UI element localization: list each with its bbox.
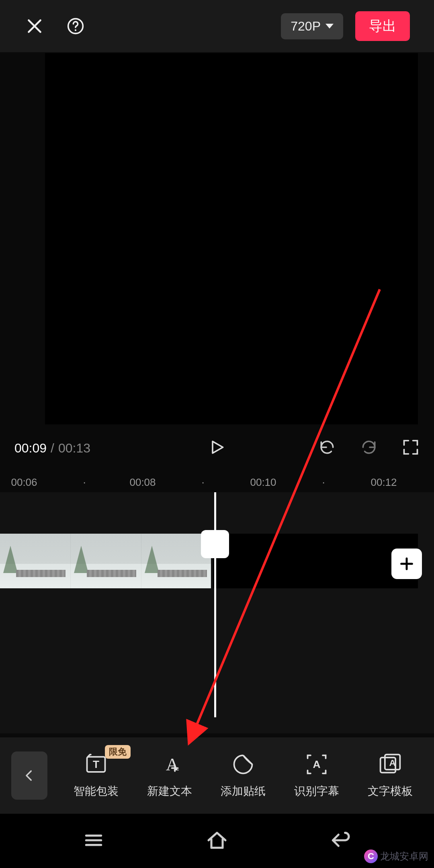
- undo-icon: [318, 438, 336, 456]
- timeline-track-area[interactable]: [0, 492, 434, 733]
- watermark-text: 龙城安卓网: [380, 850, 428, 863]
- text-toolbar: 限免 T 智能包装 A 新建文本 添加贴纸 A 识别字幕 A 文字模板: [0, 737, 434, 814]
- fullscreen-icon: [402, 438, 420, 456]
- play-icon: [208, 438, 226, 456]
- tool-add-sticker[interactable]: 添加贴纸: [221, 752, 266, 799]
- playhead-line[interactable]: [214, 492, 216, 717]
- resolution-dropdown[interactable]: 720P: [281, 13, 343, 39]
- ruler-tick: 00:10: [250, 476, 276, 489]
- nav-back-button[interactable]: [329, 829, 352, 853]
- subtitle-scan-icon: A: [305, 752, 329, 776]
- tool-label: 智能包装: [74, 784, 119, 799]
- top-bar: 720P 导出: [0, 0, 434, 52]
- svg-text:A: A: [389, 758, 395, 768]
- close-icon: [26, 17, 43, 35]
- clip-thumbnail: [0, 534, 71, 588]
- ruler-tick: 00:08: [129, 476, 156, 489]
- tool-new-text[interactable]: A 新建文本: [147, 752, 192, 799]
- close-button[interactable]: [24, 16, 45, 37]
- playback-bar: 00:09 / 00:13: [0, 432, 434, 464]
- template-icon: T: [84, 752, 108, 776]
- watermark: C 龙城安卓网: [364, 850, 428, 863]
- playhead-handle[interactable]: [201, 530, 229, 558]
- text-template-icon: A: [378, 752, 402, 776]
- chevron-down-icon: [326, 24, 334, 29]
- svg-text:A: A: [166, 754, 179, 774]
- export-button[interactable]: 导出: [355, 11, 410, 41]
- watermark-logo-icon: C: [364, 850, 378, 863]
- clip-thumbnail: [71, 534, 141, 588]
- tool-smart-package[interactable]: 限免 T 智能包装: [74, 752, 119, 799]
- video-clip[interactable]: [0, 534, 211, 588]
- undo-button[interactable]: [318, 438, 336, 458]
- tool-label: 添加贴纸: [221, 784, 266, 799]
- current-time: 00:09: [14, 441, 47, 456]
- tool-label: 新建文本: [147, 784, 192, 799]
- plus-icon: [399, 556, 415, 572]
- time-separator: /: [51, 441, 54, 456]
- tool-text-template[interactable]: A 文字模板: [368, 752, 413, 799]
- ruler-tick: 00:06: [11, 476, 37, 489]
- export-label: 导出: [369, 18, 396, 33]
- home-icon: [206, 829, 228, 852]
- ruler-dot: ·: [201, 476, 204, 489]
- nav-recent-button[interactable]: [82, 829, 105, 853]
- resolution-label: 720P: [291, 19, 321, 34]
- svg-text:A: A: [313, 758, 320, 770]
- back-icon: [329, 829, 352, 852]
- nav-home-button[interactable]: [206, 829, 228, 853]
- redo-icon: [360, 438, 378, 456]
- svg-text:T: T: [93, 758, 99, 770]
- total-time: 00:13: [58, 441, 90, 456]
- menu-icon: [82, 829, 105, 852]
- add-clip-button[interactable]: [391, 549, 422, 579]
- video-preview[interactable]: [45, 53, 418, 424]
- chevron-left-icon: [23, 769, 36, 782]
- text-add-icon: A: [158, 752, 182, 776]
- tool-label: 识别字幕: [294, 784, 339, 799]
- video-clip-dark[interactable]: [213, 534, 418, 588]
- help-button[interactable]: [65, 16, 86, 37]
- redo-button[interactable]: [360, 438, 378, 458]
- free-badge: 限免: [105, 745, 131, 759]
- timeline-ruler[interactable]: 00:06 · 00:08 · 00:10 · 00:12: [0, 472, 434, 492]
- tool-label: 文字模板: [368, 784, 413, 799]
- ruler-dot: ·: [83, 476, 86, 489]
- play-button[interactable]: [208, 438, 226, 458]
- fullscreen-button[interactable]: [402, 438, 420, 458]
- toolbar-back-button[interactable]: [11, 751, 47, 800]
- svg-point-1: [75, 29, 76, 31]
- ruler-dot: ·: [322, 476, 325, 489]
- sticker-icon: [231, 752, 255, 776]
- tool-recognize-subtitles[interactable]: A 识别字幕: [294, 752, 339, 799]
- help-icon: [67, 17, 84, 35]
- ruler-tick: 00:12: [371, 476, 397, 489]
